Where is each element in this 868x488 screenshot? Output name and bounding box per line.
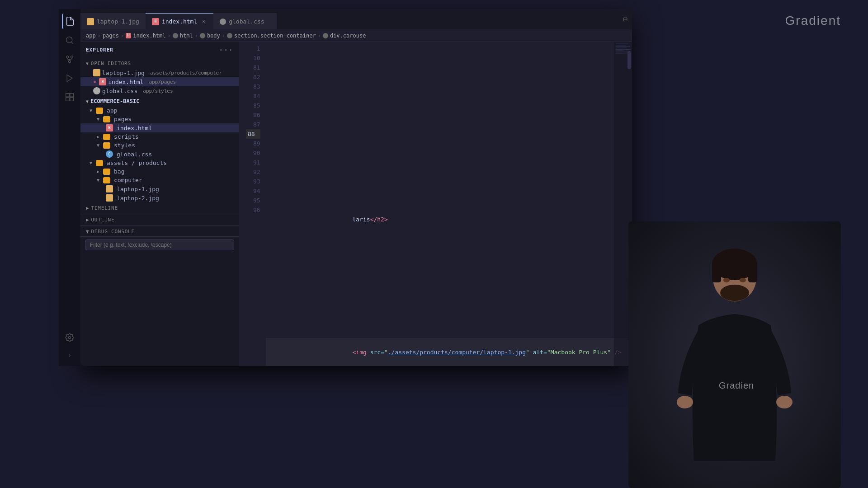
tree-jpg1-icon [106, 185, 113, 192]
breadcrumb-index-html[interactable]: index.html [133, 33, 165, 39]
tab-index-html[interactable]: H index.html ✕ [146, 13, 213, 29]
tree-folder-styles[interactable]: ▼ styles [80, 141, 239, 150]
folder-pages-arrow: ▼ [97, 117, 99, 122]
open-editor-global-css[interactable]: global.css app/styles [80, 86, 239, 95]
breadcrumb-div-icon [323, 33, 328, 38]
css-file-circle-icon [220, 19, 226, 25]
breadcrumb-html-tag[interactable]: html [180, 33, 193, 39]
code-line-86 [266, 281, 632, 291]
debug-section[interactable]: ▼ DEBUG CONSOLE [80, 226, 239, 237]
code-line-87 [266, 310, 632, 319]
breadcrumb-pages[interactable]: pages [103, 33, 119, 39]
debug-label: DEBUG CONSOLE [91, 229, 135, 235]
tree-global-css-name: global.css [117, 151, 152, 158]
code-container[interactable]: 1 10 81 82 83 84 85 86 87 88 89 90 91 92… [239, 42, 632, 366]
project-arrow: ▼ [86, 99, 89, 104]
project-section[interactable]: ▼ ECOMMERCE-BASIC [80, 95, 239, 106]
timeline-section[interactable]: ▶ TIMELINE [80, 202, 239, 214]
breadcrumb-html-icon: H [126, 33, 131, 38]
tree-html-icon: H [106, 124, 113, 131]
outline-arrow: ▶ [86, 217, 89, 223]
tab-global-css[interactable]: global.css [213, 13, 277, 29]
outline-label: OUTLINE [91, 217, 114, 223]
tree-laptop1-name: laptop-1.jpg [117, 186, 159, 192]
tab-laptop-jpg[interactable]: laptop-1.jpg [80, 13, 146, 29]
svg-rect-21 [748, 262, 757, 282]
vscode-window: laptop-1.jpg H index.html ✕ global.css ⊟… [80, 9, 632, 366]
outline-section[interactable]: ▶ OUTLINE [80, 214, 239, 226]
svg-point-24 [720, 285, 749, 301]
debug-arrow: ▼ [86, 229, 89, 235]
tree-folder-app[interactable]: ▼ app [80, 106, 239, 115]
open-editors-section[interactable]: ▼ OPEN EDITORS [80, 58, 239, 68]
tree-file-global-css[interactable]: C global.css [80, 150, 239, 159]
breadcrumb-section[interactable]: section.section-container [234, 33, 316, 39]
terminal-toggle-icon[interactable]: › [62, 349, 77, 361]
folder-scripts-name: scripts [114, 133, 139, 140]
editor-area: 1 10 81 82 83 84 85 86 87 88 89 90 91 92… [239, 42, 632, 366]
tree-file-laptop2[interactable]: laptop-2.jpg [80, 193, 239, 202]
tab-bar: laptop-1.jpg H index.html ✕ global.css ⊟ [80, 9, 632, 29]
code-lines[interactable]: laris</h2> <img src="./assets/products/c… [266, 42, 632, 366]
folder-bag-name: bag [114, 168, 124, 175]
tab-close-icon[interactable]: ✕ [200, 18, 207, 25]
webcam-overlay: Gradien [628, 221, 841, 488]
open-editor-global-css-name: global.css [102, 88, 137, 94]
activity-files-icon[interactable] [62, 14, 77, 29]
breadcrumb-div[interactable]: div.carouse [330, 33, 366, 39]
tree-folder-assets-products[interactable]: ▼ assets / products [80, 159, 239, 167]
tree-folder-computer[interactable]: ▼ computer [80, 176, 239, 184]
code-line-83 [266, 177, 632, 186]
tree-folder-scripts[interactable]: ▶ scripts [80, 132, 239, 141]
activity-extensions-icon[interactable] [62, 89, 77, 105]
breadcrumb-app[interactable]: app [86, 33, 96, 39]
tree-folder-bag[interactable]: ▶ bag [80, 167, 239, 176]
folder-scripts-icon [103, 134, 110, 140]
folder-assets-arrow: ▼ [90, 160, 92, 165]
folder-pages-icon [103, 116, 110, 122]
tab-index-html-label: index.html [162, 18, 197, 25]
svg-point-25 [677, 396, 693, 408]
code-line-88: <img src="./assets/products/computer/lap… [266, 338, 632, 366]
folder-bag-arrow: ▶ [97, 169, 99, 174]
webcam-background: Gradien [628, 221, 841, 488]
tree-file-laptop1[interactable]: laptop-1.jpg [80, 184, 239, 193]
tree-file-index-html[interactable]: H index.html [80, 123, 239, 132]
open-editors-arrow: ▼ [86, 61, 89, 66]
activity-search-icon[interactable] [62, 33, 77, 48]
svg-text:Gradien: Gradien [719, 380, 754, 390]
tree-laptop2-name: laptop-2.jpg [117, 195, 159, 202]
explorer-header: EXPLORER ··· [80, 42, 239, 58]
breadcrumb-body[interactable]: body [207, 33, 220, 39]
activity-run-icon[interactable] [62, 70, 77, 86]
tree-index-html-name: index.html [117, 125, 152, 131]
svg-point-11 [69, 337, 71, 339]
sidebar: EXPLORER ··· ▼ OPEN EDITORS laptop-1.jpg… [80, 42, 239, 366]
open-editor-css-icon [93, 87, 100, 94]
breadcrumb-section-icon [227, 33, 232, 38]
svg-point-2 [69, 61, 71, 63]
tree-css-icon: C [106, 150, 113, 158]
open-editor-index-html[interactable]: ✕ H index.html app/pages [80, 77, 239, 86]
debug-filter-input[interactable] [85, 239, 234, 250]
breadcrumb-html-tag-icon [173, 33, 178, 38]
open-editors-label: OPEN EDITORS [91, 61, 131, 66]
explorer-title: EXPLORER [86, 47, 113, 53]
open-editor-laptop-jpg[interactable]: laptop-1.jpg assets/products/computer [80, 68, 239, 77]
activity-settings-icon[interactable] [62, 330, 77, 345]
svg-rect-10 [70, 98, 74, 101]
timeline-arrow: ▶ [86, 205, 89, 211]
svg-point-22 [723, 278, 730, 282]
line-numbers: 1 10 81 82 83 84 85 86 87 88 89 90 91 92… [239, 42, 266, 366]
watermark-text: Gradient [785, 14, 841, 28]
svg-line-1 [71, 42, 73, 44]
explorer-more-icon[interactable]: ··· [219, 46, 233, 54]
modified-indicator-x: ✕ [93, 79, 96, 85]
tree-folder-pages[interactable]: ▼ pages [80, 115, 239, 123]
html-file-icon: H [152, 18, 159, 25]
folder-pages-name: pages [114, 116, 132, 122]
tab-laptop-jpg-label: laptop-1.jpg [97, 18, 139, 25]
activity-source-control-icon[interactable] [62, 52, 77, 67]
svg-point-3 [66, 56, 69, 58]
split-editor-icon[interactable]: ⊟ [623, 15, 627, 23]
